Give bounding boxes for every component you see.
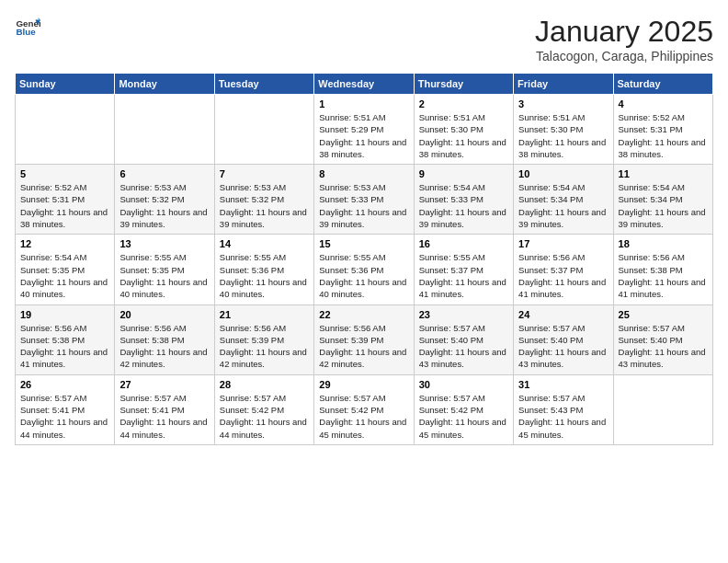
day-info: Sunrise: 5:55 AM Sunset: 5:35 PM Dayligh…: [119, 251, 209, 300]
day-number: 3: [518, 98, 608, 109]
calendar-cell: 21Sunrise: 5:56 AM Sunset: 5:39 PM Dayli…: [214, 304, 313, 374]
header-tuesday: Tuesday: [214, 74, 313, 95]
day-info: Sunrise: 5:57 AM Sunset: 5:43 PM Dayligh…: [518, 392, 608, 441]
calendar-cell: [16, 95, 115, 165]
calendar-cell: 19Sunrise: 5:56 AM Sunset: 5:38 PM Dayli…: [16, 304, 115, 374]
day-number: 2: [419, 98, 508, 109]
day-info: Sunrise: 5:57 AM Sunset: 5:40 PM Dayligh…: [518, 322, 608, 371]
calendar-cell: 27Sunrise: 5:57 AM Sunset: 5:41 PM Dayli…: [115, 374, 214, 444]
header-sunday: Sunday: [16, 74, 115, 95]
day-number: 26: [20, 379, 109, 390]
day-info: Sunrise: 5:55 AM Sunset: 5:36 PM Dayligh…: [319, 251, 408, 300]
calendar-cell: 3Sunrise: 5:51 AM Sunset: 5:30 PM Daylig…: [514, 95, 613, 165]
calendar-table: SundayMondayTuesdayWednesdayThursdayFrid…: [15, 73, 713, 445]
calendar-cell: 1Sunrise: 5:51 AM Sunset: 5:29 PM Daylig…: [314, 95, 414, 165]
calendar-cell: [613, 374, 712, 444]
calendar-week-4: 19Sunrise: 5:56 AM Sunset: 5:38 PM Dayli…: [16, 304, 713, 374]
day-number: 28: [220, 379, 309, 390]
header-saturday: Saturday: [613, 74, 712, 95]
day-number: 19: [20, 309, 109, 320]
calendar-cell: 20Sunrise: 5:56 AM Sunset: 5:38 PM Dayli…: [115, 304, 214, 374]
day-info: Sunrise: 5:51 AM Sunset: 5:30 PM Dayligh…: [419, 111, 508, 160]
day-info: Sunrise: 5:57 AM Sunset: 5:41 PM Dayligh…: [119, 392, 209, 441]
calendar-cell: 22Sunrise: 5:56 AM Sunset: 5:39 PM Dayli…: [314, 304, 414, 374]
day-info: Sunrise: 5:54 AM Sunset: 5:34 PM Dayligh…: [518, 181, 608, 230]
day-info: Sunrise: 5:56 AM Sunset: 5:38 PM Dayligh…: [619, 251, 708, 300]
header-thursday: Thursday: [414, 74, 513, 95]
calendar-header-row: SundayMondayTuesdayWednesdayThursdayFrid…: [16, 74, 713, 95]
day-number: 4: [619, 98, 708, 109]
day-number: 9: [419, 168, 508, 179]
day-number: 21: [220, 309, 309, 320]
day-number: 11: [619, 168, 708, 179]
calendar-cell: 10Sunrise: 5:54 AM Sunset: 5:34 PM Dayli…: [514, 165, 613, 235]
calendar-cell: 17Sunrise: 5:56 AM Sunset: 5:37 PM Dayli…: [514, 235, 613, 304]
calendar-cell: [115, 95, 214, 165]
day-info: Sunrise: 5:57 AM Sunset: 5:42 PM Dayligh…: [319, 392, 408, 441]
day-info: Sunrise: 5:53 AM Sunset: 5:32 PM Dayligh…: [119, 181, 209, 230]
logo-icon: General Blue: [15, 15, 40, 40]
calendar-week-2: 5Sunrise: 5:52 AM Sunset: 5:31 PM Daylig…: [16, 165, 713, 235]
day-info: Sunrise: 5:57 AM Sunset: 5:40 PM Dayligh…: [619, 322, 708, 371]
day-number: 24: [518, 309, 608, 320]
calendar-cell: 29Sunrise: 5:57 AM Sunset: 5:42 PM Dayli…: [314, 374, 414, 444]
calendar-cell: 31Sunrise: 5:57 AM Sunset: 5:43 PM Dayli…: [514, 374, 613, 444]
month-title: January 2025: [535, 15, 713, 49]
day-info: Sunrise: 5:57 AM Sunset: 5:40 PM Dayligh…: [419, 322, 508, 371]
calendar-cell: 11Sunrise: 5:54 AM Sunset: 5:34 PM Dayli…: [613, 165, 712, 235]
calendar-week-3: 12Sunrise: 5:54 AM Sunset: 5:35 PM Dayli…: [16, 235, 713, 304]
day-number: 27: [119, 379, 209, 390]
day-info: Sunrise: 5:54 AM Sunset: 5:34 PM Dayligh…: [619, 181, 708, 230]
day-number: 30: [419, 379, 508, 390]
calendar-cell: 12Sunrise: 5:54 AM Sunset: 5:35 PM Dayli…: [16, 235, 115, 304]
calendar-cell: 15Sunrise: 5:55 AM Sunset: 5:36 PM Dayli…: [314, 235, 414, 304]
day-number: 10: [518, 168, 608, 179]
day-info: Sunrise: 5:53 AM Sunset: 5:32 PM Dayligh…: [220, 181, 309, 230]
calendar-cell: [214, 95, 313, 165]
calendar-cell: 6Sunrise: 5:53 AM Sunset: 5:32 PM Daylig…: [115, 165, 214, 235]
day-number: 12: [20, 238, 109, 249]
calendar-cell: 8Sunrise: 5:53 AM Sunset: 5:33 PM Daylig…: [314, 165, 414, 235]
day-number: 13: [119, 238, 209, 249]
day-info: Sunrise: 5:54 AM Sunset: 5:35 PM Dayligh…: [20, 251, 109, 300]
day-number: 5: [20, 168, 109, 179]
day-number: 14: [220, 238, 309, 249]
calendar-cell: 13Sunrise: 5:55 AM Sunset: 5:35 PM Dayli…: [115, 235, 214, 304]
day-info: Sunrise: 5:51 AM Sunset: 5:30 PM Dayligh…: [518, 111, 608, 160]
calendar-week-1: 1Sunrise: 5:51 AM Sunset: 5:29 PM Daylig…: [16, 95, 713, 165]
calendar-cell: 26Sunrise: 5:57 AM Sunset: 5:41 PM Dayli…: [16, 374, 115, 444]
day-info: Sunrise: 5:51 AM Sunset: 5:29 PM Dayligh…: [319, 111, 408, 160]
day-number: 17: [518, 238, 608, 249]
day-info: Sunrise: 5:56 AM Sunset: 5:37 PM Dayligh…: [518, 251, 608, 300]
title-block: January 2025 Talacogon, Caraga, Philippi…: [535, 15, 713, 63]
calendar-cell: 5Sunrise: 5:52 AM Sunset: 5:31 PM Daylig…: [16, 165, 115, 235]
day-info: Sunrise: 5:52 AM Sunset: 5:31 PM Dayligh…: [20, 181, 109, 230]
day-number: 16: [419, 238, 508, 249]
day-info: Sunrise: 5:55 AM Sunset: 5:36 PM Dayligh…: [220, 251, 309, 300]
day-number: 31: [518, 379, 608, 390]
day-info: Sunrise: 5:57 AM Sunset: 5:42 PM Dayligh…: [220, 392, 309, 441]
day-number: 20: [119, 309, 209, 320]
day-number: 15: [319, 238, 408, 249]
day-info: Sunrise: 5:57 AM Sunset: 5:42 PM Dayligh…: [419, 392, 508, 441]
calendar-cell: 7Sunrise: 5:53 AM Sunset: 5:32 PM Daylig…: [214, 165, 313, 235]
calendar-cell: 24Sunrise: 5:57 AM Sunset: 5:40 PM Dayli…: [514, 304, 613, 374]
calendar-week-5: 26Sunrise: 5:57 AM Sunset: 5:41 PM Dayli…: [16, 374, 713, 444]
day-number: 8: [319, 168, 408, 179]
day-info: Sunrise: 5:56 AM Sunset: 5:39 PM Dayligh…: [220, 322, 309, 371]
day-number: 18: [619, 238, 708, 249]
header-monday: Monday: [115, 74, 214, 95]
calendar-cell: 25Sunrise: 5:57 AM Sunset: 5:40 PM Dayli…: [613, 304, 712, 374]
svg-text:Blue: Blue: [16, 27, 36, 37]
logo: General Blue: [15, 15, 40, 40]
day-info: Sunrise: 5:52 AM Sunset: 5:31 PM Dayligh…: [619, 111, 708, 160]
calendar-cell: 9Sunrise: 5:54 AM Sunset: 5:33 PM Daylig…: [414, 165, 513, 235]
header-wednesday: Wednesday: [314, 74, 414, 95]
day-info: Sunrise: 5:56 AM Sunset: 5:39 PM Dayligh…: [319, 322, 408, 371]
calendar-cell: 23Sunrise: 5:57 AM Sunset: 5:40 PM Dayli…: [414, 304, 513, 374]
day-number: 29: [319, 379, 408, 390]
day-number: 23: [419, 309, 508, 320]
day-info: Sunrise: 5:56 AM Sunset: 5:38 PM Dayligh…: [119, 322, 209, 371]
day-info: Sunrise: 5:54 AM Sunset: 5:33 PM Dayligh…: [419, 181, 508, 230]
calendar-cell: 2Sunrise: 5:51 AM Sunset: 5:30 PM Daylig…: [414, 95, 513, 165]
